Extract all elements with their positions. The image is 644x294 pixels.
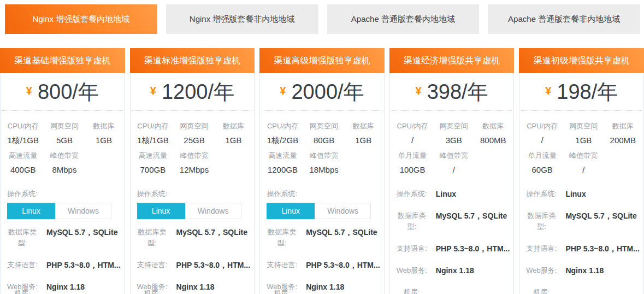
web-server-row: Web服务: Nginx 1.18 <box>394 265 510 276</box>
spec-value: 800MB <box>474 135 512 146</box>
row-label: 操作系统: <box>264 189 299 199</box>
spec-value: 8Mbps <box>45 164 85 175</box>
spec-label: 网页空间 <box>45 121 85 132</box>
spec-value: / <box>564 164 604 175</box>
spec-label: CPU/内存 <box>132 121 175 132</box>
plan-card: 渠道标准增强版独享虚机 ¥ 1200 /年 CPU/内存 网页空间 数据库 1核… <box>130 48 255 294</box>
row-label: 操作系统: <box>524 189 559 199</box>
os-toggle: Linux Windows <box>137 203 250 219</box>
spec-label: 峰值带宽 <box>564 150 604 161</box>
db-type-row: 数据库类型: MySQL 5.7，SQLite <box>394 210 510 232</box>
os-option-linux[interactable]: Linux <box>267 203 315 219</box>
row-label: 数据库类型: <box>264 227 299 249</box>
tab-nginx-enhanced-mainland[interactable]: Nginx 增强版套餐内地地域 <box>5 4 157 34</box>
row-value: MySQL 5.7，SQLite <box>565 210 636 232</box>
spec-value: 18Mbps <box>304 164 344 175</box>
price-period: /年 <box>72 78 99 106</box>
spec-value: / <box>521 135 564 146</box>
spec-value: 1GB <box>344 135 382 146</box>
spec-value: 1GB <box>214 135 253 146</box>
row-label: 操作系统: <box>135 189 170 199</box>
plan-price: ¥ 198 /年 <box>519 73 643 110</box>
plan-price: ¥ 1200 /年 <box>131 73 255 110</box>
row-value: Nginx 1.18 <box>306 281 344 292</box>
db-type-row: 数据库类型: MySQL 5.7，SQLite <box>5 227 120 249</box>
spec-label: 峰值带宽 <box>434 150 474 161</box>
currency-symbol: ¥ <box>280 85 286 97</box>
spec-value: / <box>391 135 434 146</box>
currency-symbol: ¥ <box>416 85 422 97</box>
row-value: Nginx 1.18 <box>436 265 474 276</box>
spec-value: 400GB <box>2 164 45 175</box>
plan-title: 渠道标准增强版独享虚机 <box>130 48 255 73</box>
os-row: 操作系统: Linux <box>524 189 639 199</box>
row-label: 数据库类型: <box>5 227 40 249</box>
language-row: 支持语言: PHP 5.3~8.0，HTM... <box>524 243 639 254</box>
spec-label: 数据库 <box>344 121 382 132</box>
db-type-row: 数据库类型: MySQL 5.7，SQLite <box>264 227 380 249</box>
price-amount: 198 <box>557 80 591 104</box>
row-label: 操作系统: <box>394 189 429 199</box>
os-row: 操作系统: <box>264 189 380 199</box>
os-row: 操作系统: <box>5 189 120 199</box>
currency-symbol: ¥ <box>26 85 32 97</box>
datacenter-row: 机房: <box>394 287 510 294</box>
os-toggle: Linux Windows <box>267 203 380 219</box>
spec-label: CPU/内存 <box>521 121 564 132</box>
spec-grid: CPU/内存 网页空间 数据库 1核/1GB 25GB 1GB 高速流量 峰值带… <box>131 111 255 175</box>
spec-label: 数据库 <box>474 121 512 132</box>
plan-title: 渠道初级增强版共享虚机 <box>519 48 644 73</box>
plan-card-row: 渠道基础增强版独享虚机 ¥ 800 /年 CPU/内存 网页空间 数据库 1核/… <box>0 48 644 294</box>
os-row: 操作系统: <box>135 189 250 199</box>
spec-grid: CPU/内存 网页空间 数据库 1核/2GB 80GB 1GB 高速流量 峰值带… <box>260 111 384 175</box>
tab-apache-basic-overseas[interactable]: Apache 普通版套餐非内地地域 <box>488 4 640 34</box>
plan-title: 渠道经济增强版共享虚机 <box>389 48 515 73</box>
spec-label: 峰值带宽 <box>304 150 344 161</box>
row-label: 数据库类型: <box>135 227 170 249</box>
datacenter-row: 机房: <box>524 287 639 294</box>
spec-label: 网页空间 <box>434 121 474 132</box>
row-value: MySQL 5.7，SQLite <box>46 227 117 249</box>
row-value: PHP 5.3~8.0，HTM... <box>436 243 510 254</box>
tab-apache-basic-mainland[interactable]: Apache 普通版套餐内地地域 <box>327 4 480 34</box>
spec-value: 5GB <box>45 135 85 146</box>
spec-value: 1核/2GB <box>261 135 304 146</box>
spec-value: 1GB <box>84 135 123 146</box>
os-option-linux[interactable]: Linux <box>7 203 55 219</box>
spec-label: 网页空间 <box>304 121 344 132</box>
plan-tab-bar: Nginx 增强版套餐内地地域 Nginx 增强版套餐非内地地域 Apache … <box>0 0 644 34</box>
row-label: 支持语言: <box>394 243 429 254</box>
spec-label: 数据库 <box>84 121 123 132</box>
plan-card: 渠道基础增强版独享虚机 ¥ 800 /年 CPU/内存 网页空间 数据库 1核/… <box>0 48 125 294</box>
spec-label: 峰值带宽 <box>174 150 214 161</box>
price-period: /年 <box>592 78 618 106</box>
price-amount: 1200 <box>162 80 208 104</box>
spec-value: 12Mbps <box>174 164 214 175</box>
row-value: MySQL 5.7，SQLite <box>176 227 247 249</box>
price-period: /年 <box>208 78 234 106</box>
tab-nginx-enhanced-overseas[interactable]: Nginx 增强版套餐非内地地域 <box>166 4 318 34</box>
plan-card: 渠道经济增强版共享虚机 ¥ 398 /年 CPU/内存 网页空间 数据库 / 3… <box>389 48 515 294</box>
row-value: Linux <box>565 189 586 199</box>
currency-symbol: ¥ <box>150 85 156 97</box>
spec-value: 1200GB <box>261 164 304 175</box>
os-option-windows[interactable]: Windows <box>315 203 371 219</box>
language-row: 支持语言: PHP 5.3~8.0，HTM... <box>5 260 120 271</box>
os-option-linux[interactable]: Linux <box>137 203 185 219</box>
price-amount: 398 <box>427 80 462 104</box>
price-amount: 800 <box>38 80 72 104</box>
spec-label: 数据库 <box>214 121 253 132</box>
spec-value: 700GB <box>132 164 175 175</box>
language-row: 支持语言: PHP 5.3~8.0，HTM... <box>394 243 510 254</box>
spec-value: 1核/1GB <box>132 135 175 146</box>
row-label: Web服务: <box>524 265 559 276</box>
os-row: 操作系统: Linux <box>394 189 510 199</box>
currency-symbol: ¥ <box>545 85 551 97</box>
os-option-windows[interactable]: Windows <box>185 203 241 219</box>
spec-label: CPU/内存 <box>2 121 45 132</box>
os-option-windows[interactable]: Windows <box>55 203 111 219</box>
row-value: MySQL 5.7，SQLite <box>436 210 507 232</box>
spec-grid: CPU/内存 网页空间 数据库 / 1GB 200MB 单月流量 峰值带宽 60… <box>519 111 643 175</box>
plan-title: 渠道基础增强版独享虚机 <box>0 48 125 73</box>
plan-card: 渠道高级增强版独享虚机 ¥ 2000 /年 CPU/内存 网页空间 数据库 1核… <box>259 48 385 294</box>
